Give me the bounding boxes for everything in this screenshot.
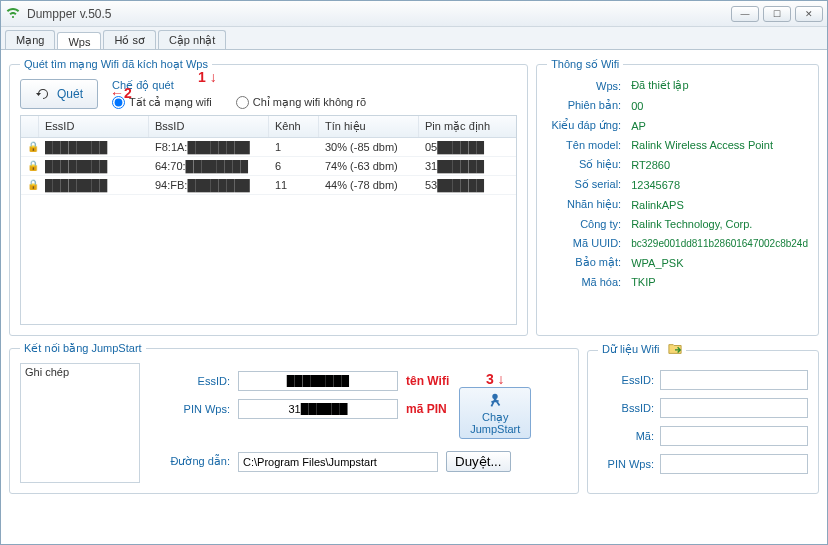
- pin-input[interactable]: [238, 399, 398, 419]
- essid-input[interactable]: [238, 371, 398, 391]
- svg-point-0: [493, 394, 498, 399]
- radio-unknown-networks[interactable]: Chỉ mạng wifi không rõ: [236, 96, 366, 109]
- param-row: Công ty:Ralink Technology, Corp.: [547, 218, 808, 230]
- run-label: Chạy JumpStart: [460, 411, 530, 435]
- data-code-input[interactable]: [660, 426, 808, 446]
- path-label: Đường dẫn:: [150, 455, 230, 468]
- param-row: Mã UUID:bc329e001dd811b28601647002c8b24d: [547, 237, 808, 249]
- run-icon: [486, 391, 504, 409]
- col-pin[interactable]: Pin mặc định: [419, 116, 517, 137]
- wifi-data-group: Dữ liệu Wifi EssID: BssID: Mã: PIN Wps:: [587, 342, 819, 494]
- maximize-button[interactable]: ☐: [763, 6, 791, 22]
- lock-icon: 🔒: [21, 176, 39, 194]
- list-header: EssID BssID Kênh Tín hiệu Pin mặc định: [21, 116, 516, 138]
- param-row: Wps:Đã thiết lập: [547, 79, 808, 92]
- data-pin-label: PIN Wps:: [598, 458, 654, 470]
- tab-network[interactable]: Mạng: [5, 30, 55, 49]
- refresh-icon: [35, 86, 51, 102]
- data-code-label: Mã:: [598, 430, 654, 442]
- tab-profiles[interactable]: Hồ sơ: [103, 30, 156, 49]
- wifi-params-group: Thông số Wifi Wps:Đã thiết lập Phiên bản…: [536, 58, 819, 336]
- titlebar: Dumpper v.50.5 — ☐ ✕: [1, 1, 827, 27]
- table-row[interactable]: 🔒 ████████ F8:1A:████████ 1 30% (-85 dbm…: [21, 138, 516, 157]
- params-legend: Thông số Wifi: [547, 58, 623, 71]
- table-row[interactable]: 🔒 ████████ 64:70:████████ 6 74% (-63 dbm…: [21, 157, 516, 176]
- data-bssid-label: BssID:: [598, 402, 654, 414]
- param-row: Nhãn hiệu:RalinkAPS: [547, 198, 808, 211]
- tab-update[interactable]: Cập nhật: [158, 30, 226, 49]
- jumpstart-legend: Kết nối bằng JumpStart: [20, 342, 146, 355]
- col-essid[interactable]: EssID: [39, 116, 149, 137]
- param-row: Phiên bản:00: [547, 99, 808, 112]
- lock-icon: 🔒: [21, 138, 39, 156]
- scan-button-label: Quét: [57, 87, 83, 101]
- pin-label: PIN Wps:: [150, 403, 230, 415]
- param-row: Mã hóa:TKIP: [547, 276, 808, 288]
- tab-wps[interactable]: Wps: [57, 32, 101, 50]
- lock-icon: 🔒: [21, 157, 39, 175]
- data-bssid-input[interactable]: [660, 398, 808, 418]
- param-row: Tên model:Ralink Wireless Access Point: [547, 139, 808, 151]
- minimize-button[interactable]: —: [731, 6, 759, 22]
- scan-button[interactable]: Quét: [20, 79, 98, 109]
- data-pin-input[interactable]: [660, 454, 808, 474]
- notes-label: Ghi chép: [21, 364, 139, 380]
- annotation-pincode: mã PIN: [406, 402, 447, 416]
- essid-label: EssID:: [150, 375, 230, 387]
- param-row: Số hiệu:RT2860: [547, 158, 808, 171]
- table-row[interactable]: 🔒 ████████ 94:FB:████████ 11 44% (-78 db…: [21, 176, 516, 195]
- param-row: Số serial:12345678: [547, 178, 808, 191]
- app-icon: [5, 6, 21, 22]
- data-essid-input[interactable]: [660, 370, 808, 390]
- close-button[interactable]: ✕: [795, 6, 823, 22]
- notes-box: Ghi chép: [20, 363, 140, 483]
- run-jumpstart-button[interactable]: Chạy JumpStart: [459, 387, 531, 439]
- col-signal[interactable]: Tín hiệu: [319, 116, 419, 137]
- path-input[interactable]: [238, 452, 438, 472]
- col-channel[interactable]: Kênh: [269, 116, 319, 137]
- radio-all-networks[interactable]: Tất cả mạng wifi: [112, 96, 212, 109]
- scan-legend: Quét tìm mạng Wifi đã kích hoạt Wps: [20, 58, 212, 71]
- tab-bar: Mạng Wps Hồ sơ Cập nhật: [1, 27, 827, 49]
- scan-mode-label: Chế độ quét: [112, 79, 366, 92]
- annotation-3: 3 ↓: [486, 371, 505, 387]
- param-row: Kiểu đáp ứng:AP: [547, 119, 808, 132]
- data-legend: Dữ liệu Wifi: [598, 342, 686, 358]
- data-essid-label: EssID:: [598, 374, 654, 386]
- annotation-wifiname: tên Wifi: [406, 374, 449, 388]
- jumpstart-group: Kết nối bằng JumpStart Ghi chép EssID: t…: [9, 342, 579, 494]
- folder-export-icon[interactable]: [668, 342, 682, 358]
- window-title: Dumpper v.50.5: [27, 7, 731, 21]
- scan-group: Quét tìm mạng Wifi đã kích hoạt Wps Quét…: [9, 58, 528, 336]
- network-list[interactable]: EssID BssID Kênh Tín hiệu Pin mặc định 🔒…: [20, 115, 517, 325]
- param-row: Bảo mật:WPA_PSK: [547, 256, 808, 269]
- browse-button[interactable]: Duyệt...: [446, 451, 511, 472]
- col-bssid[interactable]: BssID: [149, 116, 269, 137]
